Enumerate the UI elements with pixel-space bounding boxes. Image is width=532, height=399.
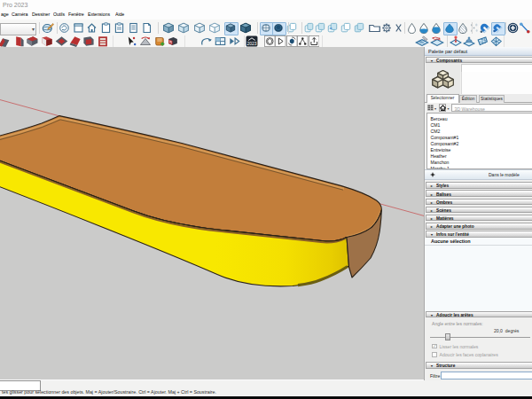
component-description-field[interactable] (461, 72, 532, 94)
squares3-button[interactable] (315, 22, 325, 34)
drop-empty-button[interactable] (407, 22, 417, 34)
drop-most-button[interactable] (431, 22, 442, 34)
squares4-button[interactable] (327, 22, 338, 34)
component-list-item[interactable]: CM1 (431, 122, 441, 128)
grid-box-button[interactable] (214, 35, 227, 47)
section-ombres[interactable]: ►Ombres (426, 199, 532, 206)
cube-wire-button[interactable] (177, 22, 190, 34)
menu-dessiner[interactable]: Dessiner (32, 12, 50, 17)
tab-selectionner[interactable]: Sélectionner (426, 94, 459, 103)
cube-dark-button[interactable] (224, 22, 239, 35)
menu-fentre[interactable]: Fenêtre (68, 12, 84, 17)
drop-hatch-button[interactable] (458, 22, 468, 34)
curve-undo-button[interactable] (200, 35, 213, 47)
magnet2-button[interactable] (491, 22, 505, 35)
search-input[interactable]: 3D Warehouse (451, 104, 532, 112)
red-corner3-button[interactable] (26, 35, 39, 47)
view-options-icon[interactable] (427, 105, 434, 111)
section-styles[interactable]: ►Styles (426, 182, 532, 189)
doc-clip1-button[interactable] (100, 22, 112, 34)
tab-statistiques[interactable]: Statistiques (479, 95, 505, 103)
book-green-button[interactable] (153, 35, 166, 47)
style-sphere-button[interactable] (42, 22, 54, 34)
filter-input[interactable] (441, 372, 532, 379)
doc-fold-button[interactable] (141, 22, 153, 34)
red-book-button[interactable] (97, 35, 109, 47)
cursor-button[interactable] (126, 35, 137, 47)
gear-button[interactable] (381, 22, 392, 34)
doc-cycle-button[interactable] (59, 22, 70, 34)
menu-aide[interactable]: Aide (115, 12, 124, 17)
globe-dark-button[interactable] (272, 22, 286, 35)
drape-button[interactable] (476, 35, 489, 47)
menu-extensions[interactable]: Extensions (88, 12, 110, 17)
red-corner7-button[interactable] (82, 35, 95, 47)
striped-box-button[interactable] (167, 35, 179, 47)
chevron-down-icon[interactable]: ▾ (448, 106, 450, 111)
smoove-pin-button[interactable] (450, 35, 462, 47)
model-canvas[interactable] (0, 47, 424, 379)
squares6-button[interactable] (354, 22, 364, 34)
red-corner4-button[interactable] (41, 35, 53, 47)
badge-2023-button[interactable]: 2023 (246, 35, 258, 47)
cube-teal-button[interactable] (239, 22, 252, 34)
angle-slider-handle[interactable] (445, 333, 450, 340)
section-structure[interactable]: ▼ Structure (426, 362, 532, 369)
tray-title-bar[interactable]: Palette par défaut (425, 47, 532, 56)
stamp-button[interactable] (463, 35, 475, 47)
red-corner2-button[interactable] (12, 35, 25, 47)
component-list-item[interactable]: Composant#1 (431, 135, 459, 140)
box-sync-button[interactable] (286, 35, 298, 47)
component-thumbnail[interactable] (426, 63, 460, 94)
line-dots-button[interactable] (519, 22, 530, 34)
cube-solid-button[interactable] (162, 22, 175, 34)
red-corner6-button[interactable] (69, 35, 82, 47)
terrain-pencil-button[interactable] (415, 35, 429, 47)
terrain-dots-button[interactable] (430, 35, 444, 47)
chevron-down-icon[interactable]: ▾ (434, 106, 436, 111)
slab-top-face[interactable] (0, 116, 381, 241)
box-cube-button[interactable] (264, 35, 276, 47)
close-x-button[interactable] (395, 22, 403, 34)
box-play-button[interactable] (275, 35, 286, 47)
section-entity-info[interactable]: ▼ Infos sur l'entité (426, 231, 532, 238)
section-adapterunephoto[interactable]: ►Adapter une photo (426, 223, 532, 230)
pyramid-button[interactable] (138, 35, 153, 47)
red-corner1-button[interactable] (0, 35, 11, 47)
component-list-item[interactable]: Entretoise (431, 147, 451, 153)
magnet-button[interactable] (479, 22, 490, 34)
doc-clip2-button[interactable] (113, 22, 125, 34)
components-list[interactable]: BerceauCM1CM2Composant#1Composant#2Entre… (426, 113, 532, 169)
menu-camra[interactable]: Caméra (12, 12, 27, 17)
toolbar-combobox[interactable]: ▾ (0, 23, 36, 35)
section-soften-edges[interactable]: ▼ Adoucir les arêtes (426, 311, 532, 318)
soften-coplanar-checkbox[interactable] (432, 352, 437, 357)
box-nodes-button[interactable] (297, 35, 309, 47)
doc-home-button[interactable] (86, 22, 98, 34)
component-list-item[interactable]: Composant#2 (431, 141, 459, 146)
section-balises[interactable]: ►Balises (426, 190, 532, 197)
flip-grid-button[interactable] (489, 35, 503, 47)
squares5-button[interactable] (340, 22, 351, 34)
folder-button[interactable] (368, 22, 381, 34)
component-list-item[interactable]: Manchon (431, 160, 450, 165)
drop-half-button[interactable] (419, 22, 429, 34)
smooth-normals-checkbox[interactable]: ✓ (432, 344, 437, 349)
component-list-item[interactable]: Berceau (431, 116, 448, 121)
home-button[interactable] (439, 104, 447, 112)
in-model-bar[interactable]: Dans le modèle (425, 169, 532, 180)
doc-window-button[interactable] (73, 22, 84, 34)
section-scnes[interactable]: ►Scènes (426, 207, 532, 214)
box-export-button[interactable] (309, 35, 320, 47)
section-components[interactable]: ▼ Composants (426, 57, 532, 64)
double-arrow-button[interactable] (228, 35, 241, 47)
plus-circle-button[interactable] (507, 22, 519, 34)
cube-wire3-button[interactable] (208, 22, 221, 34)
doc-page-button[interactable] (128, 22, 139, 34)
tab-edition[interactable]: Édition (459, 95, 477, 103)
component-list-item[interactable]: Heather (431, 153, 447, 159)
menu-age[interactable]: age (1, 12, 9, 17)
menu-outils[interactable]: Outils (53, 12, 65, 17)
red-corner5-button[interactable] (55, 35, 68, 47)
component-list-item[interactable]: CM2 (431, 129, 441, 134)
